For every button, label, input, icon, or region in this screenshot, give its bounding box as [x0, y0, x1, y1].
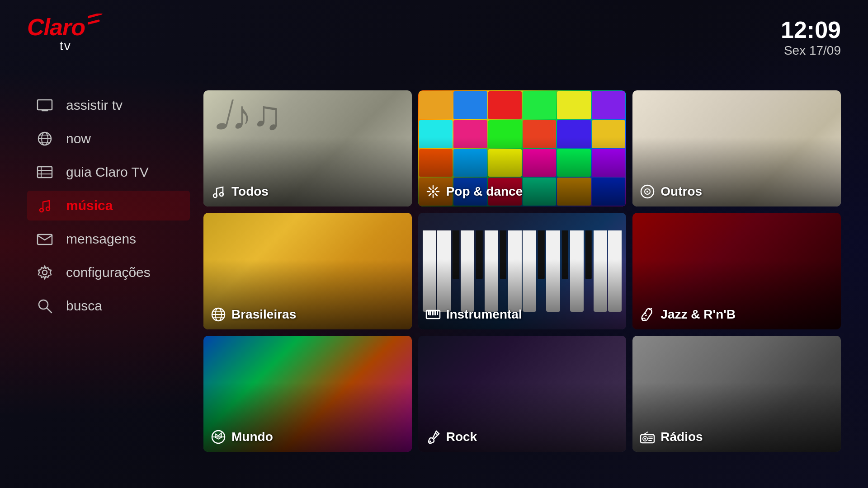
sidebar-item-configuracoes[interactable]: configurações	[27, 258, 190, 287]
svg-point-15	[46, 207, 50, 211]
svg-rect-45	[429, 310, 431, 315]
sidebar-item-guia-claro-tv[interactable]: guia Claro TV	[27, 157, 190, 187]
sidebar-label-now: now	[66, 131, 91, 146]
tile-mundo-label: Mundo	[211, 429, 273, 445]
sidebar-item-now[interactable]: now	[27, 124, 190, 154]
sidebar-nav: assistir tv now guia Claro TV	[27, 90, 190, 321]
sidebar-label-musica: música	[66, 198, 113, 213]
piano-key-white	[594, 230, 607, 312]
tile-instrumental-label: Instrumental	[425, 307, 522, 322]
list-icon	[36, 164, 53, 181]
gear-icon	[36, 264, 53, 281]
tile-todos[interactable]: ♩♪♫ Todos	[203, 90, 412, 206]
piano-key-black-wrapper	[452, 230, 460, 312]
piano-key-black	[561, 230, 568, 279]
svg-point-22	[432, 190, 434, 193]
tile-jazz-rnb[interactable]: Jazz & R'n'B	[632, 213, 841, 329]
tile-rock-text: Rock	[446, 430, 477, 444]
sidebar-item-assistir-tv[interactable]: assistir tv	[27, 90, 190, 120]
tile-pop-text: Pop & dance	[446, 184, 523, 199]
tile-radios[interactable]: Rádios	[632, 336, 841, 452]
sidebar-item-busca[interactable]: busca	[27, 291, 190, 321]
pop-cell	[523, 120, 556, 148]
tile-rock-label: Rock	[425, 429, 477, 445]
svg-line-30	[429, 194, 431, 196]
piano-key-white	[423, 230, 436, 312]
pop-cell	[419, 120, 453, 148]
tile-brasileiras-label: Brasileiras	[211, 307, 296, 322]
svg-line-51	[645, 315, 647, 316]
search-icon	[36, 297, 53, 314]
piano-key-black	[538, 230, 545, 279]
piano-key-black-wrapper	[585, 230, 593, 312]
svg-point-20	[213, 194, 217, 197]
pop-cell	[453, 120, 487, 148]
clock-time: 12:09	[781, 18, 841, 42]
sidebar-item-musica[interactable]: música	[27, 191, 190, 221]
pop-cell	[592, 178, 625, 206]
svg-point-33	[646, 191, 648, 192]
tile-outros[interactable]: Outros	[632, 90, 841, 206]
svg-rect-46	[432, 310, 434, 315]
tile-pop-label: Pop & dance	[425, 184, 523, 199]
tile-todos-detail: ♩♪♫	[212, 95, 283, 136]
tile-mundo-text: Mundo	[231, 430, 273, 444]
piano-key-black-wrapper	[537, 230, 545, 312]
sidebar-label-guia-claro-tv: guia Claro TV	[66, 164, 149, 180]
pop-cell	[419, 91, 453, 119]
svg-line-28	[435, 194, 437, 196]
tile-instrumental[interactable]: Instrumental	[418, 213, 627, 329]
instrumental-piano-icon	[425, 307, 441, 322]
tile-radios-text: Rádios	[660, 430, 703, 444]
svg-point-48	[642, 318, 645, 321]
svg-line-1	[88, 21, 99, 23]
music-grid: ♩♪♫ Todos	[203, 90, 841, 452]
sidebar-label-assistir-tv: assistir tv	[66, 98, 123, 113]
tile-outros-text: Outros	[660, 184, 702, 199]
sidebar-label-mensagens: mensagens	[66, 231, 136, 247]
pop-cell	[523, 149, 556, 177]
tile-mundo[interactable]: Mundo	[203, 336, 412, 452]
tile-outros-label: Outros	[640, 184, 702, 199]
tile-todos-label: Todos	[211, 184, 269, 199]
envelope-icon	[36, 230, 53, 248]
svg-point-18	[39, 300, 48, 309]
tile-pop-dance[interactable]: Pop & dance	[418, 90, 627, 206]
svg-point-21	[220, 192, 223, 196]
piano-key-black	[476, 230, 483, 279]
tile-brasileiras[interactable]: Brasileiras	[203, 213, 412, 329]
sidebar-label-configuracoes: configurações	[66, 265, 151, 280]
tile-jazz-text: Jazz & R'n'B	[660, 307, 736, 322]
svg-point-58	[644, 438, 646, 440]
svg-line-54	[435, 433, 437, 435]
piano-key-black-wrapper	[475, 230, 483, 312]
svg-rect-2	[38, 100, 52, 110]
piano-key-white	[570, 230, 584, 312]
sidebar-item-mensagens[interactable]: mensagens	[27, 224, 190, 254]
radio-icon	[640, 429, 655, 445]
piano-key-white	[608, 230, 622, 312]
piano-key-black	[500, 230, 507, 279]
tile-todos-text: Todos	[231, 184, 269, 199]
piano-key-white	[485, 230, 498, 312]
pop-cell	[488, 149, 522, 177]
pop-cell	[488, 120, 522, 148]
clock-date: Sex 17/09	[781, 43, 841, 58]
svg-line-27	[429, 188, 431, 190]
pop-cell	[419, 149, 453, 177]
sidebar-label-busca: busca	[66, 298, 102, 314]
brasileiras-globe-icon	[211, 307, 226, 322]
saxophone-icon	[640, 307, 655, 322]
header: Claro tv 12:09 Sex 17/09	[0, 0, 868, 72]
piano-key-white	[508, 230, 522, 312]
mundo-world-icon	[211, 429, 226, 445]
svg-point-14	[40, 208, 43, 212]
tile-radios-label: Rádios	[640, 429, 703, 445]
pop-cell	[523, 178, 556, 206]
pop-cell	[592, 149, 625, 177]
tile-rock[interactable]: Rock	[418, 336, 627, 452]
pop-cell	[557, 91, 590, 119]
logo-service-text: tv	[60, 39, 71, 53]
svg-point-55	[429, 441, 431, 442]
todos-music-icon	[211, 184, 226, 199]
